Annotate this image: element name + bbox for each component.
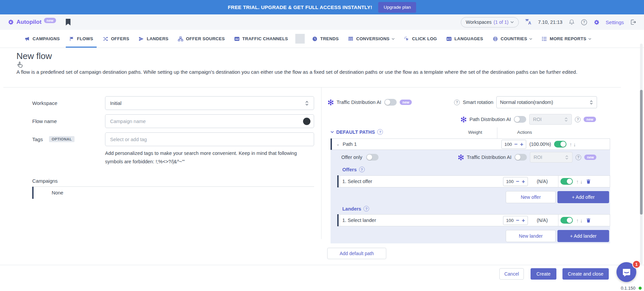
lander-stat: (N/A) [537,218,548,223]
chat-notification-badge[interactable]: 1 [632,260,641,269]
nav-item-offers[interactable]: OFFERS [98,30,134,48]
logout-icon[interactable] [630,19,637,25]
traffic-ai-label: Traffic Distribution AI [337,100,381,105]
flow-color-picker[interactable] [303,118,310,125]
upgrade-plan-button[interactable]: Upgrade plan [378,2,416,13]
landers-section-header: Landers ? [342,206,369,212]
campaigns-label: Campaigns [32,178,58,184]
weight-plus-button[interactable]: + [520,141,523,147]
trial-banner-text: FREE TRIAL. UPGRADE & GET FULL ACCESS IN… [228,4,372,10]
translate-icon[interactable]: A [525,19,532,25]
nav-item-offer-sources[interactable]: OFFER SOURCES [173,30,230,48]
path-traffic-ai-row: Traffic Distribution AI ROI ? new [458,151,596,164]
metric-value: ROI [534,155,542,160]
workspaces-dropdown[interactable]: Workspaces (1 of 1) [461,17,519,27]
settings-gear-icon[interactable] [593,19,600,25]
scrollbar-thumb[interactable] [640,90,643,215]
add-default-path-button[interactable]: Add default path [327,248,386,259]
nav-item-trends[interactable]: TRENDS [307,30,343,48]
help-icon[interactable]: ? [363,206,369,212]
help-icon[interactable]: ? [454,100,460,105]
weight-plus-button[interactable]: + [522,179,525,184]
move-down-icon[interactable]: ↓ [580,179,583,184]
create-and-close-button[interactable]: Create and close [562,268,609,280]
path-weight-stepper[interactable]: 100 − + [501,140,526,149]
nav-item-flows[interactable]: FLOWS [64,30,98,48]
tags-input[interactable] [105,132,314,146]
nav-label: CLICK LOG [412,36,437,41]
offer-row-label: 1. Select offer [342,179,372,184]
bookmark-icon[interactable] [65,19,71,26]
weight-minus-button[interactable]: − [516,179,519,184]
path-traffic-ai-metric-select[interactable]: ROI [530,152,573,163]
move-down-icon[interactable]: ↓ [574,141,576,147]
chevron-updown-icon [564,117,568,122]
ai-icon [458,155,464,160]
app-header: Autopilot new Workspaces (1 of 1) A 7.10… [0,14,644,30]
lander-enabled-toggle[interactable] [560,217,573,224]
landers-send-icon [139,36,144,42]
nav-item-conversions[interactable]: CONVERSIONS [343,30,399,48]
page-description: A flow is a predefined set of campaign d… [16,68,626,76]
lander-weight-stepper[interactable]: 100 − + [503,216,528,225]
help-icon[interactable]: ? [581,19,587,25]
path-ai-toggle[interactable] [514,116,526,123]
nav-item-campaigns[interactable]: CAMPAIGNS [20,30,64,48]
settings-link[interactable]: Settings [606,19,624,25]
move-up-icon[interactable]: ↑ [576,179,579,184]
nav-item-countries[interactable]: COUNTRIES [488,30,537,48]
smart-rotation-row: ? Smart rotation Normal rotation(random) [454,96,597,108]
add-lander-button[interactable]: + Add lander [557,230,609,242]
nav-item-languages[interactable]: A LANGUAGES [442,30,488,48]
nav-item-landers[interactable]: LANDERS [134,30,173,48]
help-icon[interactable]: ? [576,155,581,160]
column-separator [497,127,497,138]
smart-rotation-select[interactable]: Normal rotation(random) [496,96,597,108]
offer-enabled-toggle[interactable] [560,178,573,185]
traffic-ai-row: Traffic Distribution AI new [328,96,412,108]
row-accent-bar [331,138,332,150]
path-row[interactable]: ⌄ Path 1 100 − + (100.00%) ↑ ↓ [331,138,610,150]
offer-only-toggle[interactable] [366,154,379,161]
path-traffic-ai-toggle[interactable] [514,154,527,161]
offer-weight-stepper[interactable]: 100 − + [503,177,528,186]
chevron-updown-icon [305,101,309,106]
weight-minus-button[interactable]: − [514,141,518,147]
move-down-icon[interactable]: ↓ [580,218,583,223]
add-offer-button[interactable]: + Add offer [557,191,609,203]
new-offer-button[interactable]: New offer [506,191,556,203]
create-button[interactable]: Create [531,268,556,280]
workspace-select[interactable]: Initial [105,96,314,110]
help-icon[interactable]: ? [359,167,365,172]
weight-plus-button[interactable]: + [522,218,525,223]
weight-minus-button[interactable]: − [516,218,519,223]
help-icon[interactable]: ? [377,129,383,135]
new-lander-button[interactable]: New lander [506,230,556,242]
brand[interactable]: Autopilot new [7,19,56,25]
lander-row-label: 1. Select lander [342,218,376,223]
delete-trash-icon[interactable] [586,218,591,223]
path-enabled-toggle[interactable] [554,141,566,148]
traffic-ai-toggle[interactable] [384,99,397,106]
move-up-icon[interactable]: ↑ [569,141,572,147]
nav-item-traffic-channels[interactable]: Ad TRAFFIC CHANNELS [230,30,293,48]
default-paths-title: DEFAULT PATHS [336,129,375,135]
offer-row[interactable]: 1. Select offer 100 − + (N/A) ↑ ↓ [337,175,610,187]
header-right: Workspaces (1 of 1) A 7.10, 21:13 ? Sett… [461,17,637,27]
nav-item-more-reports[interactable]: MORE REPORTS [537,30,596,48]
nav-item-click-log[interactable]: CLICK LOG [399,30,442,48]
delete-trash-icon[interactable] [586,179,591,184]
default-paths-header[interactable]: DEFAULT PATHS ? [331,129,383,135]
offers-shuffle-icon [103,36,108,42]
flow-name-input[interactable] [105,114,314,128]
workspaces-label: Workspaces [466,19,492,25]
move-up-icon[interactable]: ↑ [576,218,579,223]
help-icon[interactable]: ? [575,117,581,122]
campaigns-icon [24,36,30,42]
cancel-button[interactable]: Cancel [499,268,524,280]
notifications-bell-icon[interactable] [568,19,575,25]
brand-new-badge: new [44,18,56,23]
languages-icon: A [446,36,452,42]
path-ai-metric-select[interactable]: ROI [529,114,572,125]
lander-row[interactable]: 1. Select lander 100 − + (N/A) ↑ ↓ [337,214,610,226]
